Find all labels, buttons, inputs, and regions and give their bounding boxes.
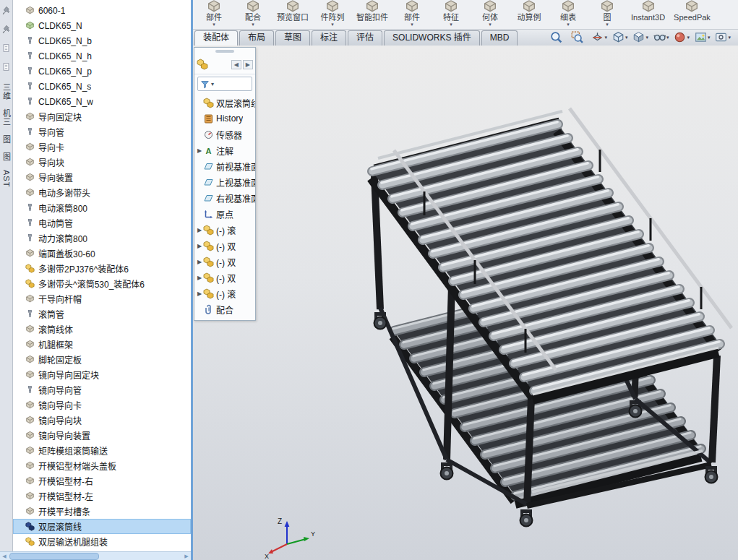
tree-grip[interactable] [194, 48, 255, 55]
part-row[interactable]: 矩阵模组滚筒输送 [13, 443, 191, 458]
ribbon-button[interactable]: 部件 ▾ [194, 0, 233, 29]
part-row[interactable]: 双层滚筒线 [13, 519, 191, 534]
tree-nav-back-icon[interactable]: ◀ [231, 60, 241, 69]
expand-arrow-icon[interactable]: ▶ [196, 259, 203, 265]
scroll-right-arrow-icon[interactable]: ▶ [182, 553, 191, 559]
part-row[interactable]: 干导向杆帽 [13, 291, 191, 306]
part-row[interactable]: 机腿框架 [13, 337, 191, 352]
pin-icon[interactable] [1, 6, 11, 15]
ribbon-button[interactable]: Instant3D ▾ [627, 0, 669, 29]
part-row[interactable]: 双层输送机腿组装 [13, 534, 191, 549]
part-row[interactable]: 开模铝型材端头盖板 [13, 458, 191, 473]
tree-nav-forward-icon[interactable]: ▶ [243, 60, 253, 69]
tree-row[interactable]: ▶ (-) 双 [194, 270, 255, 285]
view-tool[interactable]: ▾ [653, 31, 669, 43]
scroll-thumb[interactable] [9, 553, 99, 560]
part-row[interactable]: 导向固定块 [13, 109, 191, 124]
tree-row[interactable]: ▶ (-) 滚 [194, 222, 255, 238]
view-tool[interactable]: ▾ [715, 31, 731, 43]
filter-box[interactable]: ▾ [197, 77, 252, 91]
part-row[interactable]: 多谢带2PJ376^装配体6 [13, 261, 191, 276]
expand-arrow-icon[interactable]: ▶ [196, 290, 203, 297]
tree-row[interactable]: ▶ 配合 [194, 301, 255, 317]
edge-tab[interactable]: 机三 [1, 109, 12, 126]
part-row[interactable]: 开模铝型材-左 [13, 488, 191, 504]
tree-row[interactable]: ▶ 传感器 [194, 126, 255, 142]
pin-icon[interactable] [1, 62, 11, 72]
tree-row[interactable]: ▶ (-) 滚 [194, 285, 255, 301]
command-tab[interactable]: 评估 [348, 30, 382, 46]
ribbon-button[interactable]: 特征 ▾ [432, 0, 471, 29]
command-tab[interactable]: 布局 [239, 30, 274, 46]
part-row[interactable]: CLDK65_N_w [13, 94, 191, 109]
scroll-left-arrow-icon[interactable]: ◀ [0, 553, 9, 559]
ribbon-button[interactable]: 何体 ▾ [471, 0, 510, 29]
ribbon-button[interactable]: 部件 ▾ [392, 0, 432, 29]
viewport-3d[interactable]: Z Y X ◀ ▶ ▾ [193, 46, 738, 560]
part-row[interactable]: 镜向导向固定块 [13, 367, 191, 382]
part-row[interactable]: CLDK65_N_b [13, 33, 191, 48]
part-row[interactable]: 导向块 [13, 155, 191, 170]
ribbon-button[interactable]: 细表 ▾ [549, 0, 588, 29]
view-tool[interactable]: ▾ [695, 31, 711, 43]
part-row[interactable]: CLDK65_N_p [13, 64, 191, 79]
part-row[interactable]: 导向装置 [13, 170, 191, 185]
part-row[interactable]: 电动滚筒800 [13, 200, 191, 215]
tree-row[interactable]: ▶ 右视基准面 [194, 190, 255, 206]
command-tab[interactable]: MBD [481, 30, 518, 46]
tree-row[interactable]: ▶ 双层滚筒线 [194, 95, 255, 111]
feature-manager-tab-icon[interactable] [197, 59, 208, 70]
tree-row[interactable]: ▶ 注解 [194, 142, 255, 158]
expand-arrow-icon[interactable]: ▶ [196, 275, 203, 281]
tree-row[interactable]: ▶ (-) 双 [194, 254, 255, 270]
part-row[interactable]: 导向卡 [13, 139, 191, 155]
ribbon-button[interactable]: 件阵列 ▾ [313, 0, 352, 29]
expand-arrow-icon[interactable]: ▶ [196, 227, 203, 233]
part-row[interactable]: CLDK65_N [13, 18, 191, 33]
view-tool[interactable]: ▾ [674, 31, 690, 43]
view-tool[interactable]: ▾ [550, 31, 566, 43]
ribbon-button[interactable]: 动算例 ▾ [510, 0, 549, 29]
tree-row[interactable]: ▶ (-) 双 [194, 238, 255, 254]
pin-icon[interactable] [1, 25, 11, 34]
ribbon-button[interactable]: 预览窗口 ▾ [273, 0, 313, 29]
part-row[interactable]: 多谢带头^滚筒530_装配体6 [13, 276, 191, 291]
part-row[interactable]: 滚筒管 [13, 306, 191, 322]
expand-arrow-icon[interactable]: ▶ [196, 147, 203, 154]
part-row[interactable]: 电动筒管 [13, 215, 191, 231]
tree-row[interactable]: ▶ 上视基准面 [194, 174, 255, 190]
panel-splitter[interactable] [191, 0, 193, 560]
part-row[interactable]: CLDK65_N_h [13, 48, 191, 64]
edge-tab[interactable]: AST [2, 170, 11, 187]
edge-tab[interactable]: 图 [1, 135, 12, 144]
part-row[interactable]: 镜向导向装置 [13, 428, 191, 443]
part-row[interactable]: 滚筒线体 [13, 322, 191, 337]
part-row[interactable]: 开模平封槽条 [13, 504, 191, 519]
command-tab[interactable]: SOLIDWORKS 插件 [384, 30, 480, 46]
view-tool[interactable]: ▾ [612, 31, 628, 43]
pin-icon[interactable] [1, 43, 11, 53]
part-row[interactable]: 动力滚筒800 [13, 231, 191, 246]
view-tool[interactable]: ▾ [632, 31, 648, 43]
tree-row[interactable]: ▶ History [194, 111, 255, 126]
tree-row[interactable]: ▶ 原点 [194, 206, 255, 222]
ribbon-button[interactable]: SpeedPak ▾ [669, 0, 715, 29]
parts-hscrollbar[interactable]: ◀ ▶ [0, 551, 191, 560]
part-row[interactable]: 镜向导向卡 [13, 397, 191, 413]
command-tab[interactable]: 标注 [312, 30, 346, 46]
command-tab[interactable]: 草图 [275, 30, 310, 46]
ribbon-button[interactable]: 配合 ▾ [233, 0, 273, 29]
part-row[interactable]: 镜向导向管 [13, 382, 191, 397]
ribbon-button[interactable]: 图 ▾ [588, 0, 627, 29]
expand-arrow-icon[interactable]: ▶ [196, 243, 203, 249]
view-tool[interactable]: ▾ [591, 31, 607, 43]
part-row[interactable]: 脚轮固定板 [13, 352, 191, 367]
part-row[interactable]: 开模铝型材-右 [13, 473, 191, 488]
model-roller-conveyor[interactable]: Z Y X [193, 46, 738, 560]
ribbon-button[interactable]: 智能扣件 ▾ [352, 0, 392, 29]
edge-tab[interactable]: 三维 [1, 83, 12, 100]
part-row[interactable]: 电动多谢带头 [13, 185, 191, 200]
edge-tab[interactable]: 图 [1, 152, 12, 161]
tree-row[interactable]: ▶ 前视基准面 [194, 158, 255, 174]
part-row[interactable]: 6060-1 [13, 3, 191, 18]
